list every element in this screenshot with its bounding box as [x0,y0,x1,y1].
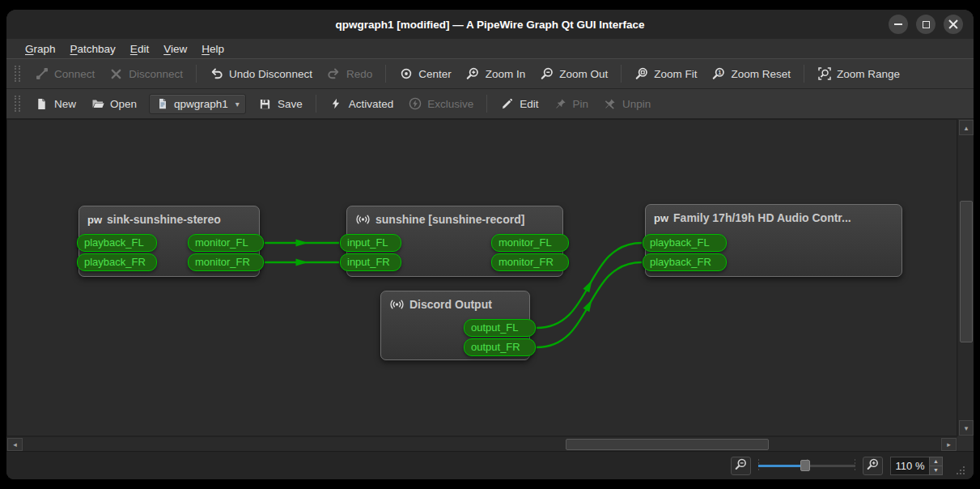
menu-patchbay[interactable]: Patchbay [63,39,123,58]
port-sunshine-input_FR[interactable]: input_FR [340,253,401,271]
scroll-left-button[interactable]: ◂ [7,438,23,451]
toolbar-drag-handle[interactable] [15,96,20,112]
scrollbar-corner [957,436,974,451]
unpin-label: Unpin [622,98,651,110]
title-bar[interactable]: qpwgraph1 [modified] — A PipeWire Graph … [6,10,974,39]
open-button[interactable]: Open [83,93,144,115]
window-controls [889,15,963,34]
zoom-reset-label: Zoom Reset [732,68,791,80]
disconnect-button[interactable]: Disconnect [102,63,190,85]
pin-label: Pin [573,98,589,110]
zoom-range-label: Zoom Range [837,68,900,80]
patchbay-profile-value: qpwgraph1 [174,98,228,110]
zoom-in-icon [466,67,480,81]
port-discord-output_FL[interactable]: output_FL [464,319,536,337]
zoom-out-label: Zoom Out [559,68,608,80]
menu-help[interactable]: Help [194,39,231,58]
resize-grip[interactable] [955,465,965,475]
redo-button[interactable]: Redo [320,63,380,85]
disconnect-icon [109,67,123,81]
unpin-button[interactable]: Unpin [596,93,658,115]
save-button[interactable]: Save [251,93,310,115]
menu-bar: Graph Patchbay Edit View Help [6,39,974,58]
pencil-icon [500,97,514,111]
zoom-fit-button[interactable]: Zoom Fit [627,63,704,85]
port-layer: playback_FLplayback_FRmonitor_FLmonitor_… [7,120,957,436]
arrow-right-icon: ▸ [947,440,951,449]
menu-edit[interactable]: Edit [123,39,156,58]
zoom-in-button[interactable]: Zoom In [459,63,533,85]
app-window: qpwgraph1 [modified] — A PipeWire Graph … [6,10,974,479]
port-sink-playback_FR[interactable]: playback_FR [77,253,157,271]
port-family-playback_FL[interactable]: playback_FL [643,234,727,252]
toolbar-separator [621,65,622,83]
new-file-icon [35,97,49,111]
toolbar-separator [196,65,197,83]
scroll-up-button[interactable]: ▴ [959,120,974,135]
horizontal-scrollbar-thumb[interactable] [566,439,769,450]
activated-button[interactable]: Activated [322,93,401,115]
close-button[interactable] [944,15,963,34]
unpin-icon [603,97,617,111]
open-folder-icon [91,97,104,111]
port-sink-monitor_FR[interactable]: monitor_FR [188,253,264,271]
spin-up-button[interactable]: ▲ [929,457,943,466]
arrow-down-icon: ▼ [933,467,939,473]
bolt-circle-icon [408,97,422,111]
window-title: qpwgraph1 [modified] — A PipeWire Graph … [335,19,644,31]
port-sunshine-input_FL[interactable]: input_FL [340,234,401,252]
toolbar-drag-handle[interactable] [15,66,20,82]
zoom-fit-label: Zoom Fit [654,68,697,80]
undo-disconnect-button[interactable]: Undo Disconnect [202,63,320,85]
zoom-reset-icon: 1 [712,67,726,81]
new-label: New [54,98,76,110]
arrow-left-icon: ◂ [13,440,17,449]
edit-button[interactable]: Edit [493,93,545,115]
maximize-button[interactable] [916,15,935,34]
graph-viewport[interactable]: pwsink-sunshine-stereosunshine [sunshine… [6,119,957,436]
scroll-down-button[interactable]: ▾ [959,420,974,436]
port-sink-playback_FL[interactable]: playback_FL [77,234,157,252]
zoom-value[interactable]: 110 % [890,457,929,475]
pin-button[interactable]: Pin [546,93,596,115]
scroll-right-button[interactable]: ▸ [941,438,957,451]
connect-label: Connect [54,68,95,80]
close-icon [948,19,958,29]
zoom-fit-icon [634,67,648,81]
menu-graph[interactable]: Graph [18,39,63,58]
minimize-button[interactable] [889,15,908,34]
graph-toolbar: Connect Disconnect Undo Disconnect Redo … [6,58,974,89]
zoom-out-button[interactable]: Zoom Out [532,63,615,85]
redo-label: Redo [346,68,372,80]
save-label: Save [278,98,303,110]
patchbay-profile-combobox[interactable]: qpwgraph1 ▾ [149,94,246,114]
zoom-slider[interactable] [758,457,855,474]
arrow-down-icon: ▾ [965,424,969,432]
port-sink-monitor_FL[interactable]: monitor_FL [188,234,264,252]
port-sunshine-monitor_FR[interactable]: monitor_FR [491,253,569,271]
statusbar-zoom-in-button[interactable] [863,457,883,475]
port-sunshine-monitor_FL[interactable]: monitor_FL [491,234,569,252]
exclusive-button[interactable]: Exclusive [401,93,481,115]
horizontal-scrollbar[interactable]: ◂ ▸ [6,436,957,451]
edit-label: Edit [520,98,538,110]
zoom-reset-button[interactable]: 1 Zoom Reset [705,63,799,85]
maximize-icon [923,21,930,28]
new-button[interactable]: New [28,93,83,115]
statusbar-zoom-out-button[interactable] [731,457,751,475]
zoom-range-button[interactable]: Zoom Range [810,63,907,85]
port-discord-output_FR[interactable]: output_FR [464,338,536,356]
zoom-spinbox[interactable]: 110 % ▲ ▼ [890,457,943,475]
zoom-slider-handle[interactable] [800,460,810,471]
toolbar-separator [804,65,804,83]
port-family-playback_FR[interactable]: playback_FR [643,253,727,271]
vertical-scrollbar-thumb[interactable] [960,201,973,342]
toolbar-separator [316,95,316,113]
exclusive-label: Exclusive [427,98,473,110]
center-icon [399,67,413,81]
connect-button[interactable]: Connect [28,63,102,85]
center-button[interactable]: Center [392,63,459,85]
menu-view[interactable]: View [156,39,194,58]
vertical-scrollbar[interactable]: ▴ ▾ [957,119,974,436]
spin-down-button[interactable]: ▼ [929,466,943,475]
